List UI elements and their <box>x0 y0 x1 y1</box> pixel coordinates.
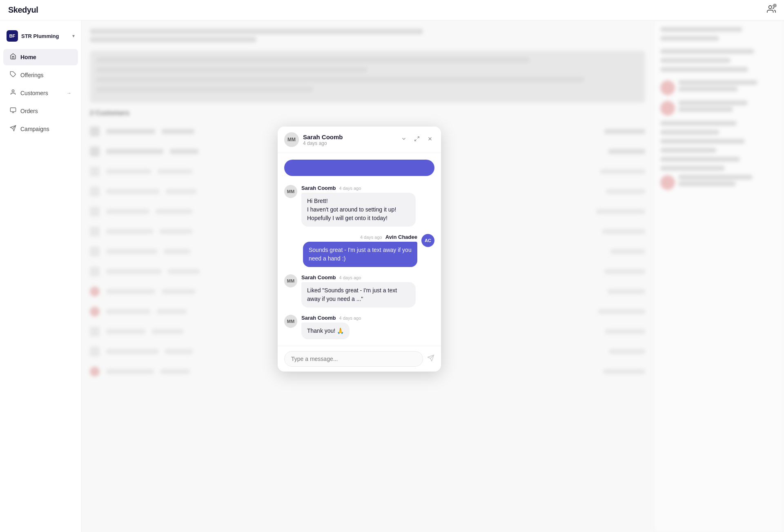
home-icon <box>10 53 16 61</box>
message-content: Sarah Coomb 4 days ago Liked "Sounds gre… <box>301 274 434 307</box>
sidebar-item-campaigns-label: Campaigns <box>20 126 71 132</box>
sidebar-item-orders-label: Orders <box>20 108 71 114</box>
message-bubble: Liked "Sounds great - I'm just a text aw… <box>301 282 416 307</box>
message-row: MM Sarah Coomb 4 days ago Hi Brett!I hav… <box>284 185 434 227</box>
main-content: 2 Customers <box>82 20 653 532</box>
message-content: Sarah Coomb 4 days ago Hi Brett!I haven'… <box>301 185 434 227</box>
message-content: Sarah Coomb 4 days ago Thank you! 🙏 <box>301 315 434 339</box>
sidebar-item-customers-label: Customers <box>20 90 62 96</box>
message-bubble: Sounds great - I'm just a text away if y… <box>303 242 417 267</box>
message-time: 4 days ago <box>360 235 382 240</box>
notifications-button[interactable] <box>767 4 776 16</box>
sidebar-item-home-label: Home <box>20 54 71 60</box>
message-avatar: AC <box>421 234 434 247</box>
notification-dot <box>773 4 777 7</box>
message-bubble: Thank you! 🙏 <box>301 323 350 339</box>
chat-collapse-button[interactable] <box>399 134 408 145</box>
workspace-avatar: BF <box>7 30 18 42</box>
topbar-actions <box>767 4 776 16</box>
message-meta: Avin Chadee 4 days ago <box>360 234 417 240</box>
chat-header-avatar: MM <box>284 132 299 147</box>
right-panel <box>653 20 784 532</box>
topbar: Skedyul <box>0 0 784 20</box>
message-row: MM Sarah Coomb 4 days ago Liked "Sounds … <box>284 274 434 307</box>
message-bubble: Hi Brett!I haven't got around to setting… <box>301 193 416 227</box>
chat-header-actions <box>399 134 434 145</box>
message-row: MM Sarah Coomb 4 days ago Thank you! 🙏 <box>284 315 434 339</box>
chat-close-button[interactable] <box>425 134 434 145</box>
chat-popup: MM Sarah Coomb 4 days ago <box>278 127 441 372</box>
workspace-selector[interactable]: BF STR Plumming ▾ <box>0 27 81 45</box>
sidebar-item-customers[interactable]: Customers → <box>3 85 78 101</box>
campaigns-icon <box>10 125 16 133</box>
chat-input-area <box>278 346 441 372</box>
message-content: Avin Chadee 4 days ago Sounds great - I'… <box>303 234 417 267</box>
offerings-icon <box>10 71 16 79</box>
message-meta: Sarah Coomb 4 days ago <box>301 274 434 280</box>
orders-icon <box>10 107 16 115</box>
chat-header-time: 4 days ago <box>303 140 399 146</box>
message-time: 4 days ago <box>339 275 361 280</box>
chat-header-info: Sarah Coomb 4 days ago <box>303 134 399 146</box>
app-container: BF STR Plumming ▾ Home Offerings Custome… <box>0 20 784 532</box>
app-logo: Skedyul <box>8 5 38 15</box>
chat-message-input[interactable] <box>284 351 423 367</box>
sidebar-item-campaigns[interactable]: Campaigns <box>3 121 78 137</box>
message-sender: Sarah Coomb <box>301 274 336 280</box>
sidebar-item-home[interactable]: Home <box>3 49 78 65</box>
chat-send-button[interactable] <box>427 354 434 364</box>
svg-line-8 <box>417 137 419 138</box>
svg-point-2 <box>12 90 14 92</box>
chat-window: MM Sarah Coomb 4 days ago <box>278 127 441 372</box>
sidebar: BF STR Plumming ▾ Home Offerings Custome… <box>0 20 82 532</box>
message-avatar: MM <box>284 185 297 198</box>
chat-resize-button[interactable] <box>412 134 421 145</box>
sidebar-item-offerings-label: Offerings <box>20 72 71 78</box>
sidebar-item-orders[interactable]: Orders <box>3 103 78 119</box>
chat-contact-name: Sarah Coomb <box>303 134 399 140</box>
message-time: 4 days ago <box>339 186 361 191</box>
customers-arrow-icon: → <box>67 90 71 96</box>
message-sender: Sarah Coomb <box>301 185 336 191</box>
message-avatar: MM <box>284 274 297 287</box>
chat-messages: MM Sarah Coomb 4 days ago Hi Brett!I hav… <box>278 153 441 346</box>
svg-point-0 <box>769 6 772 9</box>
customers-icon <box>10 89 16 97</box>
workspace-name: STR Plumming <box>21 33 59 39</box>
chat-header: MM Sarah Coomb 4 days ago <box>278 127 441 153</box>
workspace-chevron-icon: ▾ <box>72 33 75 39</box>
message-row: AC Avin Chadee 4 days ago Sounds great -… <box>284 234 434 267</box>
message-meta: Sarah Coomb 4 days ago <box>301 185 434 191</box>
message-sender: Sarah Coomb <box>301 315 336 321</box>
message-meta: Sarah Coomb 4 days ago <box>301 315 434 321</box>
svg-line-9 <box>415 139 416 141</box>
sidebar-item-offerings[interactable]: Offerings <box>3 67 78 83</box>
message-time: 4 days ago <box>339 316 361 321</box>
chat-divider-bar <box>284 160 434 176</box>
message-sender: Avin Chadee <box>385 234 417 240</box>
message-avatar: MM <box>284 315 297 328</box>
svg-rect-3 <box>10 108 16 111</box>
